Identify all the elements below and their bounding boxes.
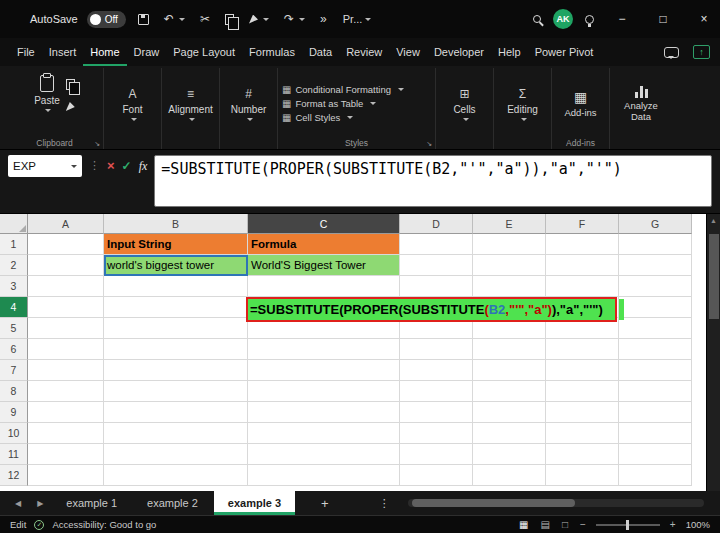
enter-entry-icon[interactable]: ✓	[122, 155, 132, 173]
dialog-launcher-icon[interactable]: ↘	[94, 140, 100, 148]
insert-function-icon[interactable]: fx	[139, 155, 148, 174]
cell-F10[interactable]	[546, 423, 619, 444]
cell-F9[interactable]	[546, 402, 619, 423]
cell-E9[interactable]	[473, 402, 546, 423]
cell-C11[interactable]	[248, 444, 400, 465]
zoom-in-icon[interactable]: +	[668, 519, 678, 530]
cell-A10[interactable]	[28, 423, 104, 444]
zoom-level[interactable]: 100%	[686, 519, 710, 530]
cell-styles-button[interactable]: ▦ Cell Styles	[282, 112, 431, 123]
row-header-11[interactable]: 11	[0, 444, 28, 465]
sheet-options-icon[interactable]: ⋮	[371, 497, 398, 510]
horizontal-scrollbar[interactable]	[408, 499, 704, 507]
number-group-button[interactable]: # Number	[220, 68, 278, 149]
cell-E7[interactable]	[473, 360, 546, 381]
row-header-6[interactable]: 6	[0, 339, 28, 360]
vertical-scrollbar[interactable]: ▲	[706, 214, 720, 491]
cut-button[interactable]: ✂	[197, 12, 213, 26]
cell-A9[interactable]	[28, 402, 104, 423]
cell-A11[interactable]	[28, 444, 104, 465]
cell-G4[interactable]	[619, 297, 692, 318]
cell-D7[interactable]	[400, 360, 473, 381]
cancel-entry-icon[interactable]: ×	[107, 155, 115, 173]
cell-G7[interactable]	[619, 360, 692, 381]
cell-B6[interactable]	[104, 339, 248, 360]
quick-access-overflow-button[interactable]: »	[317, 12, 330, 26]
row-header-12[interactable]: 12	[0, 465, 28, 486]
dialog-launcher-icon[interactable]: ↘	[426, 140, 432, 148]
row-header-1[interactable]: 1	[0, 234, 28, 255]
cell-F8[interactable]	[546, 381, 619, 402]
cell-B2[interactable]: world's biggest tower	[104, 255, 248, 276]
column-header-e[interactable]: E	[473, 214, 546, 234]
cell-B9[interactable]	[104, 402, 248, 423]
autosave-toggle[interactable]: Off	[87, 11, 126, 28]
copy-icon[interactable]	[66, 79, 75, 90]
column-header-c[interactable]: C	[248, 214, 400, 234]
cell-C9[interactable]	[248, 402, 400, 423]
cell-D1[interactable]	[400, 234, 473, 255]
tab-review[interactable]: Review	[339, 38, 389, 66]
cell-C8[interactable]	[248, 381, 400, 402]
cell-E6[interactable]	[473, 339, 546, 360]
scroll-up-icon[interactable]: ▲	[707, 214, 720, 224]
cell-D12[interactable]	[400, 465, 473, 486]
row-header-10[interactable]: 10	[0, 423, 28, 444]
cell-A5[interactable]	[28, 318, 104, 339]
cell-G3[interactable]	[619, 276, 692, 297]
new-sheet-button[interactable]: +	[311, 496, 339, 511]
format-painter-button[interactable]	[246, 15, 272, 24]
tab-data[interactable]: Data	[302, 38, 339, 66]
cell-D2[interactable]	[400, 255, 473, 276]
cell-B4[interactable]	[104, 297, 248, 318]
row-header-8[interactable]: 8	[0, 381, 28, 402]
cell-G2[interactable]	[619, 255, 692, 276]
tab-insert[interactable]: Insert	[42, 38, 84, 66]
cell-B7[interactable]	[104, 360, 248, 381]
undo-button[interactable]: ↶	[161, 12, 188, 26]
page-layout-view-icon[interactable]: ▤	[539, 519, 552, 530]
cell-B12[interactable]	[104, 465, 248, 486]
cell-C6[interactable]	[248, 339, 400, 360]
tab-help[interactable]: Help	[491, 38, 528, 66]
cell-A1[interactable]	[28, 234, 104, 255]
share-icon[interactable]: ↑	[693, 45, 710, 59]
cell-A12[interactable]	[28, 465, 104, 486]
ideas-button[interactable]	[582, 15, 597, 24]
cell-C2[interactable]: World'S Biggest Tower	[248, 255, 400, 276]
presenter-dropdown[interactable]: Pr...	[339, 13, 376, 25]
tab-view[interactable]: View	[389, 38, 427, 66]
cell-B3[interactable]	[104, 276, 248, 297]
cell-F1[interactable]	[546, 234, 619, 255]
cell-G6[interactable]	[619, 339, 692, 360]
minimize-button[interactable]: −	[606, 0, 638, 38]
cell-F11[interactable]	[546, 444, 619, 465]
copy-button[interactable]	[222, 14, 237, 25]
cell-D9[interactable]	[400, 402, 473, 423]
vertical-scrollbar-thumb[interactable]	[709, 234, 719, 319]
cell-B11[interactable]	[104, 444, 248, 465]
search-button[interactable]	[530, 15, 544, 23]
tab-file[interactable]: File	[10, 38, 42, 66]
name-box[interactable]: EXP	[8, 155, 82, 177]
format-as-table-button[interactable]: ▦ Format as Table	[282, 98, 431, 109]
row-header-4[interactable]: 4	[0, 297, 28, 318]
cell-G9[interactable]	[619, 402, 692, 423]
row-header-9[interactable]: 9	[0, 402, 28, 423]
zoom-slider-thumb[interactable]	[626, 520, 629, 530]
cell-A3[interactable]	[28, 276, 104, 297]
cell-E11[interactable]	[473, 444, 546, 465]
cell-E12[interactable]	[473, 465, 546, 486]
cell-B10[interactable]	[104, 423, 248, 444]
cell-E8[interactable]	[473, 381, 546, 402]
cell-D11[interactable]	[400, 444, 473, 465]
cell-C7[interactable]	[248, 360, 400, 381]
format-painter-icon[interactable]	[66, 102, 75, 111]
tab-formulas[interactable]: Formulas	[242, 38, 302, 66]
analyze-data-button[interactable]: Analyze Data	[618, 85, 664, 123]
sheet-nav-right-icon[interactable]: ▶	[30, 499, 50, 508]
column-header-a[interactable]: A	[28, 214, 104, 234]
horizontal-scrollbar-thumb[interactable]	[412, 499, 575, 507]
row-header-2[interactable]: 2	[0, 255, 28, 276]
cell-C12[interactable]	[248, 465, 400, 486]
